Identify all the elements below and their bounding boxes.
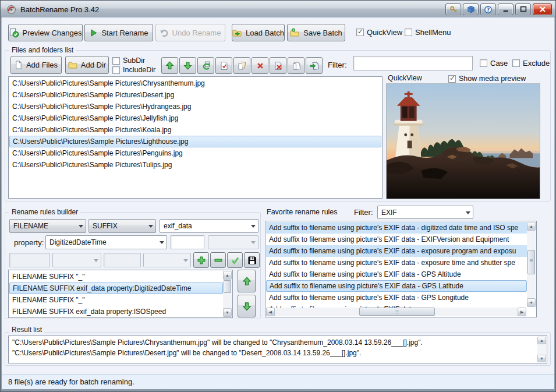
preview-changes-button[interactable]: Preview Changes — [8, 24, 83, 41]
apply-rule-icon[interactable] — [227, 252, 243, 268]
copy-list-icon[interactable] — [288, 57, 304, 74]
remove-all-icon[interactable] — [270, 57, 286, 74]
scroll-up-icon[interactable]: ▲ — [527, 222, 536, 231]
duplicate-icon[interactable] — [233, 57, 250, 74]
rule-param-combo-3[interactable] — [143, 253, 191, 267]
files-list[interactable]: C:\Users\Public\Pictures\Sample Pictures… — [8, 76, 383, 199]
rule-move-up-icon[interactable] — [238, 270, 256, 292]
file-list-item[interactable]: C:\Users\Public\Pictures\Sample Pictures… — [9, 159, 381, 171]
subdir-checkbox-label: SubDir — [123, 56, 145, 65]
package-icon[interactable] — [463, 3, 479, 15]
rules-list[interactable]: FILENAME SUFFIX "_"FILENAME SUFFIX exif_… — [8, 270, 233, 318]
export-list-icon[interactable] — [306, 57, 323, 74]
favorites-filter-combo[interactable]: EXIF — [377, 206, 473, 219]
includedir-checkbox[interactable]: IncludeDir — [112, 66, 155, 74]
show-media-preview-checkbox[interactable]: Show media preview — [448, 75, 526, 83]
subdir-checkbox[interactable]: SubDir — [112, 56, 145, 65]
result-list[interactable]: "C:\Users\Public\Pictures\Sample Picture… — [8, 336, 547, 363]
add-dir-button[interactable]: Add Dir — [65, 56, 109, 74]
maximize-icon[interactable] — [515, 3, 531, 15]
favorite-rule-item[interactable]: Add suffix to filename using picture's E… — [266, 222, 527, 234]
rule-list-item[interactable]: FILENAME SUFFIX exif_data property:ISOSp… — [9, 306, 223, 317]
favorites-vscrollbar[interactable]: ▲ ☰ ▼ — [527, 222, 536, 307]
replace-icon[interactable] — [197, 57, 214, 74]
add-files-button[interactable]: Add Files — [10, 56, 62, 74]
favorite-rule-item[interactable]: Add suffix to filename using picture's E… — [266, 234, 527, 245]
quickview-checkbox[interactable]: QuickView — [356, 28, 402, 37]
help-icon[interactable]: ? — [480, 3, 496, 15]
rule-param-combo-1[interactable] — [208, 235, 258, 249]
exclude-checkbox[interactable]: Exclude — [512, 59, 550, 68]
file-list-item[interactable]: C:\Users\Public\Pictures\Sample Pictures… — [9, 101, 381, 112]
remove-icon[interactable] — [252, 57, 268, 74]
scroll-down-icon[interactable]: ▼ — [537, 355, 546, 362]
move-up-icon[interactable] — [161, 57, 178, 74]
shellmenu-checkbox[interactable]: ShellMenu — [405, 28, 451, 37]
includedir-checkbox-label: IncludeDir — [123, 66, 155, 74]
rule-target-combo[interactable]: FILENAME — [9, 219, 86, 233]
add-rule-icon[interactable] — [193, 252, 209, 268]
favorite-rule-item[interactable]: Add suffix to filename using picture's E… — [266, 257, 527, 269]
scroll-up-icon[interactable]: ▲ — [537, 337, 546, 344]
scroll-down-icon[interactable]: ▼ — [223, 308, 232, 317]
load-folder-icon — [232, 28, 242, 37]
case-checkbox[interactable]: Case — [480, 59, 508, 68]
scroll-left-icon[interactable]: ◀ — [266, 308, 275, 316]
save-folder-icon — [290, 28, 300, 37]
scroll-down-icon[interactable]: ▼ — [527, 298, 536, 307]
rule-action-combo[interactable]: SUFFIX — [88, 219, 156, 233]
check-files-icon[interactable] — [215, 57, 232, 74]
favorite-rule-item[interactable]: Add suffix to filename using picture's E… — [266, 292, 527, 303]
key-icon[interactable] — [445, 3, 461, 15]
file-list-item[interactable]: C:\Users\Public\Pictures\Sample Pictures… — [9, 147, 381, 159]
add-files-label: Add Files — [26, 61, 58, 69]
rule-action-value: SUFFIX — [89, 222, 146, 230]
save-batch-button[interactable]: Save Batch — [287, 24, 345, 41]
file-list-item[interactable]: C:\Users\Public\Pictures\Sample Pictures… — [9, 77, 381, 89]
favorites-filter-value: EXIF — [378, 209, 463, 217]
undo-rename-button[interactable]: Undo Rename — [155, 24, 225, 41]
rules-list-scrollbar[interactable]: ▲ ▼ — [223, 271, 232, 317]
add-files-icon — [15, 61, 23, 69]
file-list-item[interactable]: C:\Users\Public\Pictures\Sample Pictures… — [9, 112, 381, 124]
favorites-hscrollbar[interactable]: ◀ ☰ ▶ — [266, 308, 526, 316]
file-list-item[interactable]: C:\Users\Public\Pictures\Sample Pictures… — [9, 89, 381, 101]
scrollbar-thumb[interactable]: ☰ — [359, 308, 435, 316]
favorite-rule-item[interactable]: Add suffix to filename using picture's E… — [266, 245, 527, 257]
result-scrollbar[interactable]: ▲ ▼ — [537, 337, 546, 362]
remove-rule-icon[interactable] — [210, 252, 226, 268]
minimize-icon[interactable] — [498, 3, 513, 15]
favorite-rule-item[interactable]: Add suffix to filename using picture's E… — [266, 280, 527, 292]
rule-param-input-2[interactable] — [9, 253, 50, 267]
scrollbar-thumb[interactable] — [224, 280, 231, 293]
rule-move-down-icon[interactable] — [238, 295, 256, 317]
rule-list-item[interactable]: FILENAME SUFFIX exif_data property:Digit… — [9, 282, 223, 294]
rule-param-input-3[interactable] — [104, 253, 141, 267]
favorite-rule-item[interactable]: Add suffix to filename using picture's E… — [266, 269, 527, 280]
play-icon — [89, 29, 98, 37]
close-icon[interactable] — [533, 3, 552, 15]
rule-param-input-1[interactable] — [171, 235, 204, 249]
filter-input[interactable] — [353, 56, 473, 70]
rule-param-combo-2[interactable] — [52, 253, 101, 267]
add-dir-label: Add Dir — [81, 61, 106, 69]
window-title: BatchRename Pro 3.42 — [20, 5, 99, 14]
rule-list-item[interactable]: FILENAME SUFFIX "_" — [9, 271, 223, 282]
file-list-item[interactable]: C:\Users\Public\Pictures\Sample Pictures… — [9, 136, 381, 147]
scroll-up-icon[interactable]: ▲ — [223, 271, 232, 280]
rule-list-item[interactable]: FILENAME SUFFIX "_" — [9, 294, 223, 306]
property-value: DigitizedDateTime — [46, 238, 157, 246]
property-combo[interactable]: DigitizedDateTime — [45, 235, 167, 249]
load-batch-button[interactable]: Load Batch — [232, 24, 285, 41]
scroll-right-icon[interactable]: ▶ — [518, 308, 526, 316]
shellmenu-checkbox-label: ShellMenu — [415, 28, 451, 37]
favorites-list[interactable]: Add suffix to filename using picture's E… — [265, 221, 537, 317]
rule-source-combo[interactable]: exif_data — [160, 219, 258, 233]
media-preview-image — [386, 83, 540, 199]
move-down-icon[interactable] — [179, 57, 196, 74]
chevron-down-icon — [76, 220, 86, 232]
start-rename-button[interactable]: Start Rename — [84, 24, 153, 41]
file-list-item[interactable]: C:\Users\Public\Pictures\Sample Pictures… — [9, 124, 381, 136]
save-rule-icon[interactable] — [244, 252, 260, 268]
scrollbar-thumb[interactable]: ☰ — [527, 250, 535, 274]
